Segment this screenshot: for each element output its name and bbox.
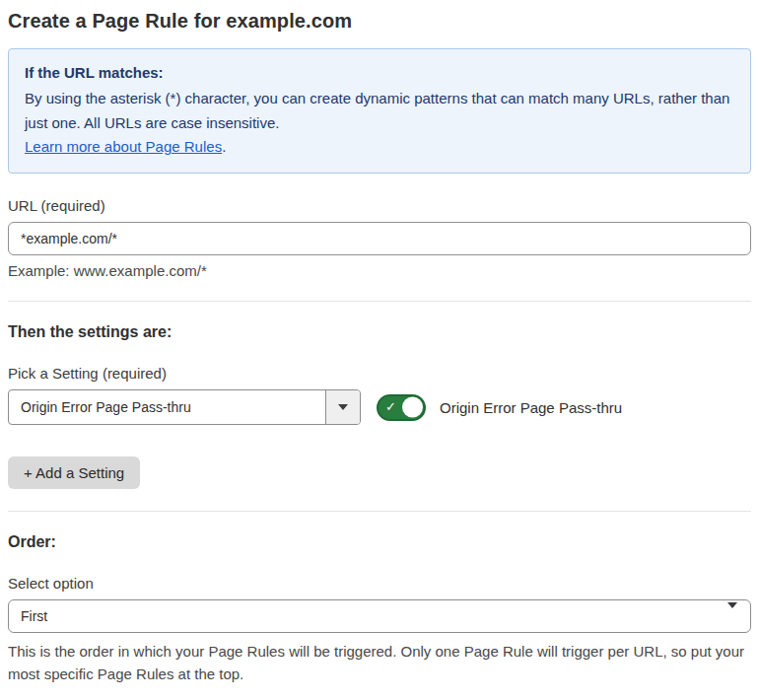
order-select[interactable]: First <box>8 599 751 633</box>
order-help-text: This is the order in which your Page Rul… <box>8 641 751 685</box>
info-box-body: By using the asterisk (*) character, you… <box>25 87 734 135</box>
link-suffix: . <box>222 138 226 155</box>
page-title: Create a Page Rule for example.com <box>8 10 751 33</box>
toggle-label: Origin Error Page Pass-thru <box>440 399 622 416</box>
url-field-label: URL (required) <box>8 197 751 214</box>
info-box-heading: If the URL matches: <box>25 61 734 85</box>
setting-combobox-dropdown-button[interactable] <box>325 390 360 424</box>
select-option-label: Select option <box>8 575 751 592</box>
settings-section-heading: Then the settings are: <box>8 323 751 341</box>
setting-row: Origin Error Page Pass-thru ✓ Origin Err… <box>8 389 751 425</box>
add-setting-button[interactable]: + Add a Setting <box>8 456 140 489</box>
url-example-text: Example: www.example.com/* <box>8 262 751 279</box>
origin-error-toggle[interactable]: ✓ <box>377 394 426 421</box>
check-icon: ✓ <box>385 400 396 413</box>
setting-combobox[interactable]: Origin Error Page Pass-thru <box>8 389 361 425</box>
info-box-link-line: Learn more about Page Rules. <box>25 135 734 159</box>
url-input[interactable] <box>8 222 751 255</box>
chevron-down-icon <box>727 608 737 624</box>
divider <box>8 301 751 302</box>
divider <box>8 511 751 512</box>
pick-setting-label: Pick a Setting (required) <box>8 365 751 382</box>
learn-more-link[interactable]: Learn more about Page Rules <box>25 138 222 155</box>
chevron-down-icon <box>338 404 348 410</box>
url-match-info-box: If the URL matches: By using the asteris… <box>8 48 751 174</box>
toggle-knob <box>402 397 423 418</box>
order-section-heading: Order: <box>8 533 751 551</box>
order-select-value: First <box>21 608 47 624</box>
setting-toggle-group: ✓ Origin Error Page Pass-thru <box>377 394 622 421</box>
setting-combobox-value[interactable]: Origin Error Page Pass-thru <box>9 390 325 424</box>
